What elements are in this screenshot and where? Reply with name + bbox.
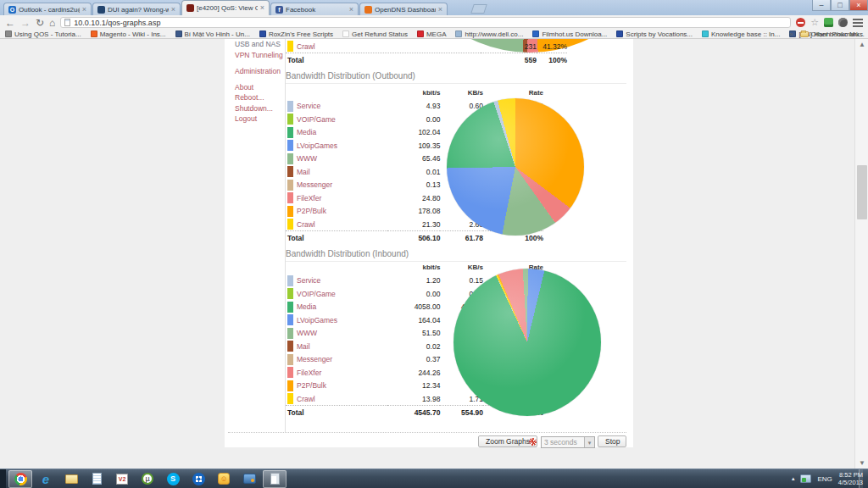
- kbit-value: 13.98: [387, 392, 441, 406]
- scrollbar-thumb[interactable]: [857, 165, 867, 219]
- table-header-row: kbit/s KB/s Rate: [286, 86, 543, 100]
- bookmark-label: Bí Mật Vo Hinh - Un...: [185, 30, 250, 38]
- reload-icon[interactable]: ↻: [36, 18, 44, 28]
- window-controls: – □ ×: [812, 0, 868, 11]
- taskbar-app-icon[interactable]: V2: [110, 470, 134, 488]
- bookmark-item[interactable]: Get Refund Status: [342, 30, 408, 38]
- bookmark-item[interactable]: Knowledge base :: In...: [702, 30, 780, 38]
- bookmark-item[interactable]: Filmhot.us Downloa...: [532, 30, 607, 38]
- category-label: VOIP/Game: [297, 290, 336, 298]
- kbit-value: 51.50: [387, 327, 441, 341]
- green-extension-icon[interactable]: [824, 18, 833, 27]
- chrome-menu-icon[interactable]: [853, 19, 863, 27]
- kbit-value: 0.37: [387, 353, 441, 367]
- kbit-value: 12.34: [387, 380, 441, 393]
- bookmark-item[interactable]: Using QOS - Tutoria...: [5, 30, 81, 38]
- taskbar-app-icon[interactable]: S: [161, 470, 185, 488]
- browser-tab[interactable]: f Facebook ×: [270, 3, 359, 15]
- taskbar-app-icon[interactable]: e: [34, 470, 58, 488]
- adblock-extension-icon[interactable]: [796, 18, 805, 27]
- browser-tab[interactable]: O Outlook - cardins2u@liv... ×: [3, 3, 92, 15]
- scroll-down-icon[interactable]: ▼: [855, 458, 868, 469]
- category-swatch: [287, 380, 293, 391]
- vertical-scrollbar[interactable]: ▲ ▼: [854, 39, 868, 469]
- tab-close-icon[interactable]: ×: [82, 6, 86, 14]
- refresh-spinner-icon: [529, 438, 537, 446]
- browser-tab[interactable]: DUI again? Wrong-way cr... ×: [92, 3, 181, 15]
- category-label: Mail: [297, 342, 310, 351]
- category-label: LVoipGames: [297, 316, 337, 324]
- bookmark-item[interactable]: http://www.dell.co...: [455, 30, 523, 38]
- browser-tab[interactable]: OpenDNS Dashboard ×: [359, 3, 448, 15]
- category-label: Crawl: [297, 220, 315, 229]
- bookmark-item[interactable]: Bí Mật Vo Hinh - Un...: [175, 30, 250, 38]
- gray-extension-icon[interactable]: [838, 18, 848, 27]
- taskbar-app-icon[interactable]: [59, 470, 83, 488]
- maximize-button[interactable]: □: [831, 0, 849, 11]
- taskbar-app-icon[interactable]: ☺: [212, 470, 236, 488]
- refresh-interval-select[interactable]: 3 seconds ▾: [541, 436, 595, 448]
- tab-favicon: O: [8, 6, 16, 14]
- bookmark-label: Scripts by Vocations...: [626, 30, 693, 38]
- tab-close-icon[interactable]: ×: [260, 4, 264, 12]
- sidebar-item[interactable]: Shutdown...: [235, 104, 284, 113]
- close-button[interactable]: ×: [849, 0, 868, 11]
- category-label: Messenger: [297, 180, 332, 189]
- sidebar-item[interactable]: Administration: [235, 67, 284, 75]
- network-icon[interactable]: [800, 474, 811, 483]
- category-label: Service: [297, 276, 320, 285]
- category-label: FileXfer: [297, 369, 321, 377]
- taskbar-app-icon[interactable]: [8, 470, 32, 488]
- category-swatch: [287, 219, 293, 230]
- interval-value: 3 seconds: [544, 438, 577, 446]
- bookmark-label: [VN] Hạnh Phúc Mu...: [798, 30, 864, 38]
- taskbar-app-icon[interactable]: [263, 470, 287, 488]
- sidebar-item[interactable]: Reboot...: [235, 93, 284, 102]
- bookmark-item[interactable]: Scripts by Vocations...: [616, 30, 693, 38]
- tab-close-icon[interactable]: ×: [349, 6, 353, 14]
- tab-close-icon[interactable]: ×: [438, 6, 442, 14]
- scroll-up-icon[interactable]: ▲: [855, 39, 868, 50]
- sidebar-item[interactable]: Logout: [235, 114, 284, 123]
- minimize-button[interactable]: –: [812, 0, 831, 11]
- tab-favicon: [364, 6, 372, 14]
- category-swatch: [287, 114, 293, 125]
- browser-toolbar: ← → ↻ ⌂ 10.0.10.1/qos-graphs.asp ☆: [0, 15, 868, 30]
- new-tab-button[interactable]: [470, 4, 487, 14]
- language-indicator[interactable]: ENG: [817, 475, 832, 483]
- kbit-value: 4.93: [387, 100, 441, 114]
- app-glyph: [192, 473, 205, 485]
- taskbar-app-icon[interactable]: [186, 470, 210, 488]
- forward-icon[interactable]: →: [20, 18, 31, 28]
- tab-favicon: [186, 4, 194, 12]
- sidebar-item[interactable]: USB and NAS: [235, 40, 284, 48]
- sidebar-item[interactable]: VPN Tunneling: [235, 51, 284, 59]
- kb-value: 0.15: [440, 274, 483, 288]
- bookmark-item[interactable]: MEGA: [417, 30, 447, 38]
- show-desktop-button[interactable]: [859, 469, 863, 488]
- start-button-edge[interactable]: [0, 469, 6, 488]
- taskbar-app-icon[interactable]: [85, 470, 108, 488]
- bookmark-star-icon[interactable]: ☆: [810, 18, 819, 27]
- category-label: Crawl: [297, 395, 315, 403]
- tray-expand-icon[interactable]: ▴: [792, 475, 795, 482]
- bookmark-item[interactable]: [VN] Hạnh Phúc Mu...: [789, 30, 864, 38]
- taskbar-app-icon[interactable]: [237, 470, 261, 488]
- url-text[interactable]: 10.0.10.1/qos-graphs.asp: [74, 19, 160, 27]
- category-label: LVoipGames: [297, 141, 337, 150]
- sidebar-item[interactable]: About: [235, 83, 284, 92]
- tab-title: [e4200] QoS: View Graphs: [197, 4, 258, 12]
- back-icon[interactable]: ←: [5, 18, 15, 28]
- bookmark-item[interactable]: Magento - Wiki - Ins...: [91, 30, 166, 38]
- stop-button[interactable]: Stop: [598, 435, 626, 447]
- taskbar-app-icon[interactable]: µ: [136, 470, 159, 488]
- address-bar[interactable]: 10.0.10.1/qos-graphs.asp: [60, 17, 791, 28]
- app-glyph: S: [167, 473, 180, 485]
- browser-tab[interactable]: [e4200] QoS: View Graphs ×: [181, 0, 270, 15]
- tab-close-icon[interactable]: ×: [171, 6, 175, 14]
- category-swatch: [287, 140, 293, 151]
- app-glyph: V2: [116, 474, 128, 485]
- bookmark-favicon: [702, 30, 709, 37]
- bookmark-item[interactable]: RoxZin's Free Scripts: [259, 30, 333, 38]
- home-icon[interactable]: ⌂: [49, 18, 55, 28]
